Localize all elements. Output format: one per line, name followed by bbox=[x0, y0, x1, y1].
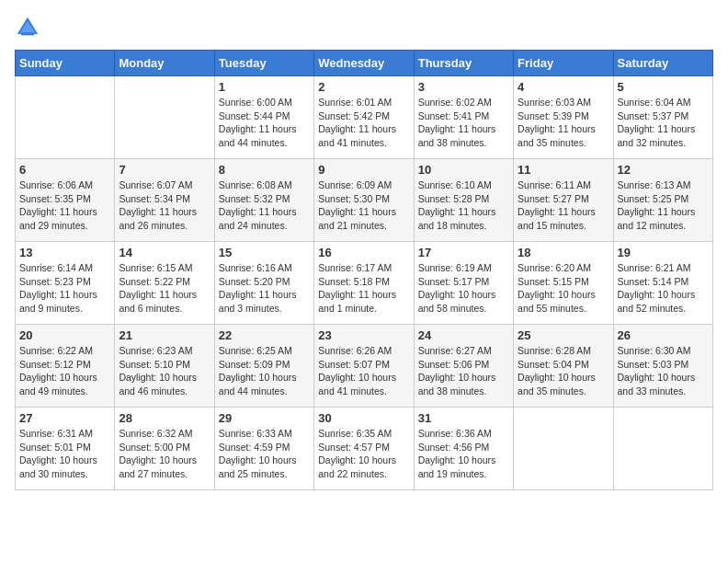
calendar-week: 1Sunrise: 6:00 AM Sunset: 5:44 PM Daylig… bbox=[16, 76, 713, 159]
day-info: Sunrise: 6:00 AM Sunset: 5:44 PM Dayligh… bbox=[219, 96, 310, 150]
day-number: 3 bbox=[418, 80, 509, 94]
calendar-week: 27Sunrise: 6:31 AM Sunset: 5:01 PM Dayli… bbox=[16, 408, 713, 490]
calendar-week: 6Sunrise: 6:06 AM Sunset: 5:35 PM Daylig… bbox=[16, 159, 713, 242]
day-info: Sunrise: 6:17 AM Sunset: 5:18 PM Dayligh… bbox=[318, 261, 409, 316]
day-number: 23 bbox=[318, 328, 409, 342]
day-number: 11 bbox=[518, 163, 609, 177]
day-info: Sunrise: 6:04 AM Sunset: 5:37 PM Dayligh… bbox=[618, 96, 709, 150]
calendar-cell: 7Sunrise: 6:07 AM Sunset: 5:34 PM Daylig… bbox=[115, 159, 214, 242]
calendar-cell: 16Sunrise: 6:17 AM Sunset: 5:18 PM Dayli… bbox=[314, 242, 414, 325]
day-number: 22 bbox=[219, 328, 310, 342]
day-number: 31 bbox=[418, 411, 509, 425]
day-number: 17 bbox=[418, 246, 509, 259]
weekday-header: Friday bbox=[514, 51, 613, 76]
day-number: 8 bbox=[219, 163, 310, 177]
day-info: Sunrise: 6:02 AM Sunset: 5:41 PM Dayligh… bbox=[418, 96, 509, 150]
day-number: 10 bbox=[418, 163, 509, 177]
day-info: Sunrise: 6:32 AM Sunset: 5:00 PM Dayligh… bbox=[119, 427, 210, 481]
day-info: Sunrise: 6:16 AM Sunset: 5:20 PM Dayligh… bbox=[219, 261, 310, 316]
calendar-cell: 23Sunrise: 6:26 AM Sunset: 5:07 PM Dayli… bbox=[314, 325, 414, 408]
calendar-cell: 21Sunrise: 6:23 AM Sunset: 5:10 PM Dayli… bbox=[115, 325, 214, 408]
day-info: Sunrise: 6:21 AM Sunset: 5:14 PM Dayligh… bbox=[618, 261, 709, 316]
day-number: 24 bbox=[418, 328, 509, 342]
day-number: 20 bbox=[19, 328, 110, 342]
calendar-cell: 4Sunrise: 6:03 AM Sunset: 5:39 PM Daylig… bbox=[514, 76, 613, 159]
calendar-cell bbox=[514, 408, 613, 490]
day-number: 19 bbox=[618, 246, 709, 259]
day-number: 27 bbox=[19, 411, 110, 425]
day-info: Sunrise: 6:35 AM Sunset: 4:57 PM Dayligh… bbox=[318, 427, 409, 481]
calendar-cell: 28Sunrise: 6:32 AM Sunset: 5:00 PM Dayli… bbox=[115, 408, 214, 490]
day-info: Sunrise: 6:14 AM Sunset: 5:23 PM Dayligh… bbox=[19, 261, 110, 316]
weekday-header: Tuesday bbox=[214, 51, 313, 76]
weekday-header: Wednesday bbox=[314, 51, 414, 76]
calendar-cell: 8Sunrise: 6:08 AM Sunset: 5:32 PM Daylig… bbox=[214, 159, 313, 242]
day-info: Sunrise: 6:33 AM Sunset: 4:59 PM Dayligh… bbox=[219, 427, 310, 481]
logo bbox=[15, 15, 44, 40]
day-info: Sunrise: 6:06 AM Sunset: 5:35 PM Dayligh… bbox=[19, 178, 110, 233]
day-info: Sunrise: 6:23 AM Sunset: 5:10 PM Dayligh… bbox=[119, 344, 210, 398]
calendar-cell bbox=[613, 408, 712, 490]
day-number: 14 bbox=[119, 246, 210, 259]
day-number: 30 bbox=[318, 411, 409, 425]
weekday-header: Monday bbox=[115, 51, 214, 76]
weekday-header: Saturday bbox=[613, 51, 712, 76]
day-info: Sunrise: 6:01 AM Sunset: 5:42 PM Dayligh… bbox=[318, 96, 409, 150]
calendar-cell: 5Sunrise: 6:04 AM Sunset: 5:37 PM Daylig… bbox=[613, 76, 712, 159]
calendar-table: SundayMondayTuesdayWednesdayThursdayFrid… bbox=[15, 50, 713, 490]
day-number: 6 bbox=[19, 163, 110, 177]
header-row: SundayMondayTuesdayWednesdayThursdayFrid… bbox=[16, 51, 713, 76]
page-header bbox=[15, 15, 713, 40]
calendar-week: 20Sunrise: 6:22 AM Sunset: 5:12 PM Dayli… bbox=[16, 325, 713, 408]
calendar-cell: 14Sunrise: 6:15 AM Sunset: 5:22 PM Dayli… bbox=[115, 242, 214, 325]
day-number: 21 bbox=[119, 328, 210, 342]
calendar-cell: 31Sunrise: 6:36 AM Sunset: 4:56 PM Dayli… bbox=[414, 408, 513, 490]
calendar-body: 1Sunrise: 6:00 AM Sunset: 5:44 PM Daylig… bbox=[16, 76, 713, 490]
svg-rect-2 bbox=[21, 33, 34, 36]
calendar-cell: 22Sunrise: 6:25 AM Sunset: 5:09 PM Dayli… bbox=[214, 325, 313, 408]
day-info: Sunrise: 6:11 AM Sunset: 5:27 PM Dayligh… bbox=[518, 178, 609, 233]
day-info: Sunrise: 6:20 AM Sunset: 5:15 PM Dayligh… bbox=[518, 261, 609, 316]
day-info: Sunrise: 6:09 AM Sunset: 5:30 PM Dayligh… bbox=[318, 178, 409, 233]
calendar-cell: 9Sunrise: 6:09 AM Sunset: 5:30 PM Daylig… bbox=[314, 159, 414, 242]
day-number: 25 bbox=[518, 328, 609, 342]
day-info: Sunrise: 6:36 AM Sunset: 4:56 PM Dayligh… bbox=[418, 427, 509, 481]
calendar-cell: 27Sunrise: 6:31 AM Sunset: 5:01 PM Dayli… bbox=[16, 408, 115, 490]
calendar-cell: 12Sunrise: 6:13 AM Sunset: 5:25 PM Dayli… bbox=[613, 159, 712, 242]
day-number: 18 bbox=[518, 246, 609, 259]
calendar-cell: 10Sunrise: 6:10 AM Sunset: 5:28 PM Dayli… bbox=[414, 159, 513, 242]
calendar-cell: 13Sunrise: 6:14 AM Sunset: 5:23 PM Dayli… bbox=[16, 242, 115, 325]
calendar-cell: 19Sunrise: 6:21 AM Sunset: 5:14 PM Dayli… bbox=[613, 242, 712, 325]
calendar-cell: 17Sunrise: 6:19 AM Sunset: 5:17 PM Dayli… bbox=[414, 242, 513, 325]
day-info: Sunrise: 6:28 AM Sunset: 5:04 PM Dayligh… bbox=[518, 344, 609, 398]
day-info: Sunrise: 6:30 AM Sunset: 5:03 PM Dayligh… bbox=[618, 344, 709, 398]
calendar-cell: 26Sunrise: 6:30 AM Sunset: 5:03 PM Dayli… bbox=[613, 325, 712, 408]
calendar-cell: 11Sunrise: 6:11 AM Sunset: 5:27 PM Dayli… bbox=[514, 159, 613, 242]
calendar-cell: 29Sunrise: 6:33 AM Sunset: 4:59 PM Dayli… bbox=[214, 408, 313, 490]
day-number: 26 bbox=[618, 328, 709, 342]
calendar-cell: 2Sunrise: 6:01 AM Sunset: 5:42 PM Daylig… bbox=[314, 76, 414, 159]
calendar-cell: 18Sunrise: 6:20 AM Sunset: 5:15 PM Dayli… bbox=[514, 242, 613, 325]
day-info: Sunrise: 6:19 AM Sunset: 5:17 PM Dayligh… bbox=[418, 261, 509, 316]
weekday-header: Thursday bbox=[414, 51, 513, 76]
day-number: 5 bbox=[618, 80, 709, 94]
day-number: 7 bbox=[119, 163, 210, 177]
day-number: 1 bbox=[219, 80, 310, 94]
calendar-cell bbox=[16, 76, 115, 159]
day-info: Sunrise: 6:13 AM Sunset: 5:25 PM Dayligh… bbox=[618, 178, 709, 233]
calendar-week: 13Sunrise: 6:14 AM Sunset: 5:23 PM Dayli… bbox=[16, 242, 713, 325]
day-info: Sunrise: 6:08 AM Sunset: 5:32 PM Dayligh… bbox=[219, 178, 310, 233]
day-number: 2 bbox=[318, 80, 409, 94]
day-number: 29 bbox=[219, 411, 310, 425]
day-number: 28 bbox=[119, 411, 210, 425]
calendar-cell: 25Sunrise: 6:28 AM Sunset: 5:04 PM Dayli… bbox=[514, 325, 613, 408]
day-info: Sunrise: 6:15 AM Sunset: 5:22 PM Dayligh… bbox=[119, 261, 210, 316]
calendar-cell: 1Sunrise: 6:00 AM Sunset: 5:44 PM Daylig… bbox=[214, 76, 313, 159]
day-number: 16 bbox=[318, 246, 409, 259]
day-info: Sunrise: 6:26 AM Sunset: 5:07 PM Dayligh… bbox=[318, 344, 409, 398]
calendar-cell: 30Sunrise: 6:35 AM Sunset: 4:57 PM Dayli… bbox=[314, 408, 414, 490]
calendar-cell: 15Sunrise: 6:16 AM Sunset: 5:20 PM Dayli… bbox=[214, 242, 313, 325]
day-info: Sunrise: 6:03 AM Sunset: 5:39 PM Dayligh… bbox=[518, 96, 609, 150]
day-number: 12 bbox=[618, 163, 709, 177]
day-info: Sunrise: 6:31 AM Sunset: 5:01 PM Dayligh… bbox=[19, 427, 110, 481]
